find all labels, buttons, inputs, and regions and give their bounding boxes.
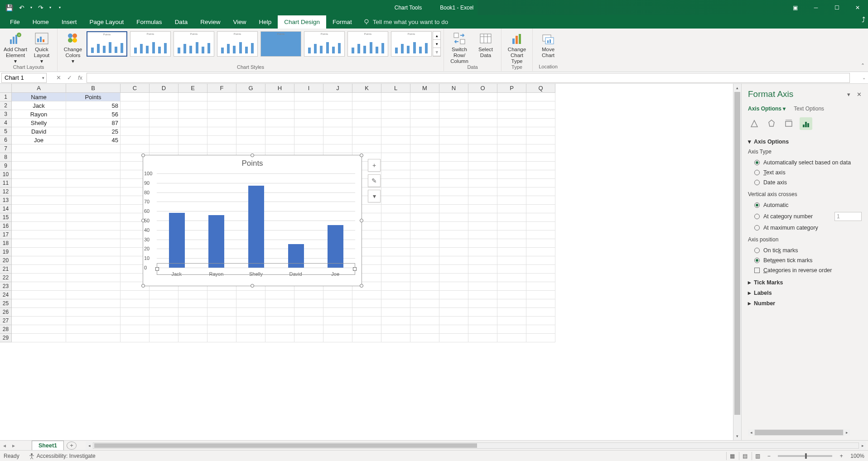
cell-K7[interactable]: [352, 144, 381, 153]
row-header-17[interactable]: 17: [0, 230, 12, 239]
cell-Q16[interactable]: [526, 222, 555, 230]
cell-L27[interactable]: [381, 317, 410, 325]
cell-Q29[interactable]: [526, 334, 555, 342]
cell-J3[interactable]: [323, 110, 352, 119]
cell-F29[interactable]: [207, 334, 236, 342]
cell-H25[interactable]: [265, 299, 294, 308]
chart-styles-button[interactable]: ✎: [368, 174, 381, 187]
cell-Q21[interactable]: [526, 265, 555, 274]
cell-C27[interactable]: [121, 317, 149, 325]
cell-K25[interactable]: [352, 299, 381, 308]
cell-E25[interactable]: [178, 299, 207, 308]
cell-K27[interactable]: [352, 317, 381, 325]
cell-C24[interactable]: [121, 291, 149, 299]
cell-F5[interactable]: [207, 127, 236, 136]
cell-B14[interactable]: [66, 205, 121, 213]
row-header-18[interactable]: 18: [0, 239, 12, 248]
cell-B7[interactable]: [66, 144, 121, 153]
cell-A22[interactable]: [12, 274, 66, 282]
cell-P25[interactable]: [497, 299, 526, 308]
cell-B20[interactable]: [66, 256, 121, 265]
cell-Q5[interactable]: [526, 127, 555, 136]
cell-Q23[interactable]: [526, 282, 555, 291]
chart-style-6[interactable]: Points: [304, 31, 345, 57]
checkbox-reverse-order[interactable]: Categories in reverse order: [748, 265, 862, 275]
tell-me-search[interactable]: Tell me what you want to do: [358, 15, 453, 29]
cell-C7[interactable]: [121, 144, 149, 153]
cell-L26[interactable]: [381, 308, 410, 317]
cell-M4[interactable]: [410, 119, 439, 127]
cell-Q15[interactable]: [526, 213, 555, 222]
cell-L28[interactable]: [381, 325, 410, 334]
cell-B6[interactable]: 45: [66, 136, 121, 144]
cell-I1[interactable]: [294, 93, 323, 101]
row-header-23[interactable]: 23: [0, 282, 12, 291]
col-header-I[interactable]: I: [294, 84, 323, 93]
cell-Q19[interactable]: [526, 248, 555, 256]
cell-A23[interactable]: [12, 282, 66, 291]
chart-title[interactable]: Points: [143, 155, 362, 168]
cell-P9[interactable]: [497, 162, 526, 170]
cell-C6[interactable]: [121, 136, 149, 144]
cell-M13[interactable]: [410, 196, 439, 205]
row-header-22[interactable]: 22: [0, 274, 12, 282]
embedded-chart[interactable]: Points 0102030405060708090100JackRayonSh…: [143, 155, 362, 286]
col-header-O[interactable]: O: [468, 84, 497, 93]
chart-style-1[interactable]: Points: [87, 31, 127, 57]
cell-Q2[interactable]: [526, 101, 555, 110]
cell-H1[interactable]: [265, 93, 294, 101]
cell-A3[interactable]: Rayon: [12, 110, 66, 119]
cell-P10[interactable]: [497, 170, 526, 179]
cell-K3[interactable]: [352, 110, 381, 119]
row-header-24[interactable]: 24: [0, 291, 12, 299]
cell-O10[interactable]: [468, 170, 497, 179]
cell-N22[interactable]: [439, 274, 468, 282]
cell-P14[interactable]: [497, 205, 526, 213]
cell-F24[interactable]: [207, 291, 236, 299]
cell-O28[interactable]: [468, 325, 497, 334]
cell-Q11[interactable]: [526, 179, 555, 187]
cell-N28[interactable]: [439, 325, 468, 334]
cell-J25[interactable]: [323, 299, 352, 308]
cell-A17[interactable]: [12, 230, 66, 239]
add-chart-element-button[interactable]: + Add Chart Element ▾: [3, 29, 28, 64]
cell-L5[interactable]: [381, 127, 410, 136]
radio-text-axis[interactable]: Text axis: [748, 168, 862, 178]
cell-P7[interactable]: [497, 144, 526, 153]
cell-D25[interactable]: [149, 299, 178, 308]
cell-C29[interactable]: [121, 334, 149, 342]
cell-J28[interactable]: [323, 325, 352, 334]
cell-D1[interactable]: [149, 93, 178, 101]
row-header-27[interactable]: 27: [0, 317, 12, 325]
cell-O13[interactable]: [468, 196, 497, 205]
cell-I7[interactable]: [294, 144, 323, 153]
cell-M12[interactable]: [410, 187, 439, 196]
cell-D29[interactable]: [149, 334, 178, 342]
switch-row-column-button[interactable]: Switch Row/ Column: [447, 29, 472, 64]
cell-O20[interactable]: [468, 256, 497, 265]
cell-L8[interactable]: [381, 153, 410, 162]
cell-O3[interactable]: [468, 110, 497, 119]
cell-Q24[interactable]: [526, 291, 555, 299]
row-header-26[interactable]: 26: [0, 308, 12, 317]
ribbon-display-options[interactable]: ▣: [785, 0, 805, 15]
cell-L9[interactable]: [381, 162, 410, 170]
accessibility-status[interactable]: Accessibility: Investigate: [29, 453, 96, 459]
cell-B29[interactable]: [66, 334, 121, 342]
tab-chart-design[interactable]: Chart Design: [278, 15, 326, 29]
row-header-16[interactable]: 16: [0, 222, 12, 230]
cell-Q7[interactable]: [526, 144, 555, 153]
cell-L16[interactable]: [381, 222, 410, 230]
col-header-Q[interactable]: Q: [526, 84, 555, 93]
undo-button[interactable]: ↶: [16, 2, 27, 13]
cell-P6[interactable]: [497, 136, 526, 144]
cell-P28[interactable]: [497, 325, 526, 334]
cell-E24[interactable]: [178, 291, 207, 299]
cell-H7[interactable]: [265, 144, 294, 153]
cell-G7[interactable]: [236, 144, 265, 153]
cell-P8[interactable]: [497, 153, 526, 162]
cell-N2[interactable]: [439, 101, 468, 110]
row-header-20[interactable]: 20: [0, 256, 12, 265]
cell-N14[interactable]: [439, 205, 468, 213]
text-options-tab[interactable]: Text Options: [794, 106, 824, 112]
